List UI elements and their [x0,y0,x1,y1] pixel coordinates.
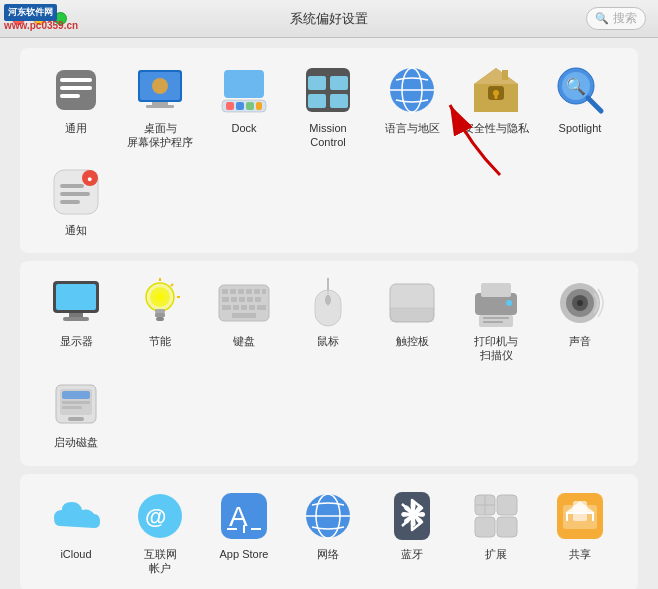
pref-startup[interactable]: 启动磁盘 [36,372,116,455]
svg-rect-17 [308,76,326,90]
svg-rect-8 [152,102,168,105]
sound-icon [554,277,606,329]
pref-general[interactable]: 通用 [36,58,116,141]
extensions-label: 扩展 [485,547,507,561]
trackpad-icon [386,277,438,329]
energy-icon [134,277,186,329]
pref-bluetooth[interactable]: ❋ 蓝牙 [372,484,452,567]
svg-rect-91 [62,406,82,409]
section-internet: iCloud @ 互联网帐户 A [20,474,638,589]
preferences-content: 通用 桌面与屏幕保护程序 [0,38,658,589]
dock-icon [218,64,270,116]
svg-point-73 [325,295,331,305]
svg-rect-81 [483,321,503,323]
svg-rect-50 [155,313,165,317]
svg-line-32 [588,98,601,111]
svg-text:@: @ [145,504,166,529]
extensions-icon [470,490,522,542]
pref-printer[interactable]: 打印机与扫描仪 [456,271,536,369]
bluetooth-label: 蓝牙 [401,547,423,561]
svg-rect-41 [56,284,96,310]
svg-point-82 [506,300,512,306]
pref-sound[interactable]: 声音 [540,271,620,354]
svg-rect-51 [156,317,164,321]
svg-rect-61 [231,297,237,302]
window-title: 系统偏好设置 [290,10,368,28]
pref-internet[interactable]: @ 互联网帐户 [120,484,200,582]
search-icon: 🔍 [595,12,609,25]
sharing-label: 共享 [569,547,591,561]
svg-marker-25 [474,68,518,84]
svg-rect-75 [390,308,434,322]
svg-rect-55 [230,289,236,294]
spotlight-icon: 🔍 [554,64,606,116]
pref-language[interactable]: 语言与地区 [372,58,452,141]
pref-sharing[interactable]: 共享 [540,484,620,567]
svg-text:A: A [229,501,248,532]
svg-rect-4 [60,94,80,98]
language-icon [386,64,438,116]
notifications-icon: ● [50,166,102,218]
maximize-button[interactable] [54,12,67,25]
pref-security[interactable]: 安全性与隐私 [456,58,536,141]
pref-appstore[interactable]: A App Store [204,484,284,567]
minimize-button[interactable] [33,12,46,25]
pref-mission[interactable]: MissionControl [288,58,368,156]
general-label: 通用 [65,121,87,135]
svg-rect-3 [60,86,92,90]
network-icon [302,490,354,542]
svg-rect-14 [246,102,254,110]
svg-rect-63 [247,297,253,302]
energy-label: 节能 [149,334,171,348]
svg-rect-49 [155,309,165,313]
svg-text:●: ● [87,174,92,184]
startup-label: 启动磁盘 [54,435,98,449]
svg-rect-69 [257,305,266,310]
pref-desktop[interactable]: 桌面与屏幕保护程序 [120,58,200,156]
svg-rect-108 [497,517,517,537]
icloud-label: iCloud [60,547,91,561]
language-label: 语言与地区 [385,121,440,135]
sound-label: 声音 [569,334,591,348]
svg-rect-20 [330,94,348,108]
svg-rect-43 [63,317,89,321]
pref-keyboard[interactable]: 键盘 [204,271,284,354]
pref-spotlight[interactable]: 🔍 Spotlight [540,58,620,141]
titlebar: 系统偏好设置 🔍 搜索 [0,0,658,38]
desktop-label: 桌面与屏幕保护程序 [127,121,193,150]
mouse-label: 鼠标 [317,334,339,348]
mission-label: MissionControl [309,121,346,150]
printer-icon [470,277,522,329]
pref-icloud[interactable]: iCloud [36,484,116,567]
svg-rect-54 [222,289,228,294]
search-placeholder: 搜索 [613,10,637,27]
pref-mouse[interactable]: 鼠标 [288,271,368,354]
network-label: 网络 [317,547,339,561]
mission-icon [302,64,354,116]
svg-rect-80 [483,317,509,319]
window-controls [12,12,67,25]
pref-notifications[interactable]: ● 通知 [36,160,116,243]
pref-trackpad[interactable]: 触控板 [372,271,452,354]
pref-display[interactable]: 显示器 [36,271,116,354]
svg-rect-9 [146,105,174,108]
sharing-icon [554,490,606,542]
pref-energy[interactable]: 节能 [120,271,200,354]
pref-network[interactable]: 网络 [288,484,368,567]
pref-dock[interactable]: Dock [204,58,284,141]
spotlight-label: Spotlight [559,121,602,135]
general-icon [50,64,102,116]
svg-rect-12 [226,102,234,110]
search-box[interactable]: 🔍 搜索 [586,7,646,30]
svg-rect-92 [68,417,84,421]
svg-rect-18 [330,76,348,90]
pref-extensions[interactable]: 扩展 [456,484,536,567]
svg-rect-59 [262,289,266,294]
close-button[interactable] [12,12,25,25]
keyboard-label: 键盘 [233,334,255,348]
notifications-label: 通知 [65,223,87,237]
svg-rect-13 [236,102,244,110]
svg-rect-66 [233,305,239,310]
section-hardware: 显示器 节能 [20,261,638,466]
svg-rect-90 [62,401,90,404]
